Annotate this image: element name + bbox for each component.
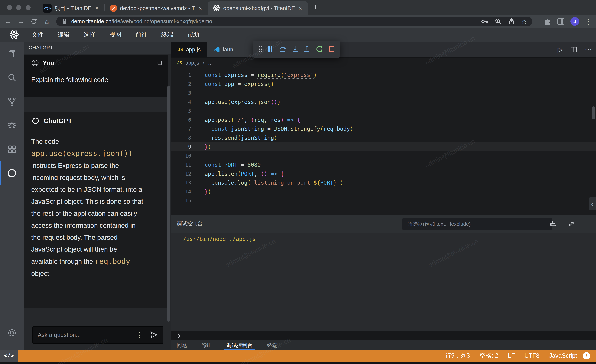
code-line[interactable]: 11const PORT = 8080	[171, 160, 596, 169]
breadcrumb-file[interactable]: app.js	[186, 60, 199, 66]
profile-avatar[interactable]: J	[570, 17, 579, 26]
edit-message-icon[interactable]	[157, 60, 163, 66]
breadcrumb[interactable]: JS app.js › …	[171, 57, 596, 68]
home-icon[interactable]: ⌂	[43, 18, 51, 25]
step-into-icon[interactable]	[292, 45, 298, 53]
sidebar-item-debug[interactable]	[0, 113, 24, 137]
code-line[interactable]: 8 res.send(jsonString)	[171, 133, 596, 142]
status-item[interactable]: UTF8	[524, 352, 539, 359]
split-editor-icon[interactable]	[570, 47, 577, 52]
menu-item-选择[interactable]: 选择	[83, 31, 96, 39]
share-icon[interactable]	[508, 18, 515, 25]
forward-icon[interactable]: →	[17, 18, 25, 25]
reload-icon[interactable]	[30, 18, 37, 25]
code-line[interactable]: 1const express = require('express')	[171, 71, 596, 80]
warning-icon[interactable]: !	[583, 352, 590, 359]
new-tab-button[interactable]: +	[313, 2, 318, 13]
code-line[interactable]: 7 const jsonString = JSON.stringify(req.…	[171, 124, 596, 133]
sidebar-item-search[interactable]	[0, 66, 24, 89]
line-number: 1	[171, 72, 191, 78]
sidebar-item-explorer[interactable]	[0, 42, 24, 66]
close-tab-icon[interactable]: ×	[298, 5, 303, 12]
window-controls[interactable]	[7, 0, 30, 15]
restart-icon[interactable]	[315, 45, 323, 53]
chatgpt-logo-icon	[31, 116, 40, 125]
code-line[interactable]: 9})	[171, 142, 596, 151]
minimize-panel-icon[interactable]	[581, 221, 587, 227]
panel-tab-输出[interactable]: 输出	[198, 340, 215, 350]
step-over-icon[interactable]	[279, 45, 287, 53]
lock-icon	[61, 18, 67, 25]
code-line[interactable]: 3	[171, 88, 596, 97]
editor-tab-appjs[interactable]: JS app.js	[171, 42, 207, 57]
clear-console-icon[interactable]	[548, 220, 556, 228]
panel-tab-调试控制台[interactable]: 调试控制台	[223, 340, 256, 350]
editor-actions: ▷ ⋯	[558, 42, 592, 57]
back-icon[interactable]: ←	[4, 18, 12, 25]
more-actions-icon[interactable]: ⋯	[585, 45, 592, 54]
menu-item-前往[interactable]: 前往	[135, 31, 147, 39]
right-panel-toggle[interactable]: ‹	[589, 197, 596, 211]
close-tab-icon[interactable]: ×	[94, 5, 99, 12]
send-icon[interactable]	[150, 331, 158, 339]
console-filter-input[interactable]: 筛选器(例如 text、!exclude)	[402, 218, 552, 230]
url-field[interactable]: demo.titanide.cn/ide/web/coding/opensumi…	[56, 17, 532, 26]
minimize-window-button[interactable]	[16, 5, 21, 10]
code-line[interactable]: 5	[171, 106, 596, 115]
panel-tab-问题[interactable]: 问题	[173, 340, 190, 350]
titanide-logo-icon[interactable]	[9, 29, 19, 40]
console-repl-row[interactable]	[171, 331, 596, 340]
panel-tab-终端[interactable]: 终端	[264, 340, 281, 350]
code-line[interactable]: 2const app = express()	[171, 80, 596, 88]
code-line[interactable]: 12app.listen(PORT, () => {	[171, 169, 596, 178]
stop-icon[interactable]	[328, 45, 335, 53]
status-item[interactable]: JavaScript	[549, 352, 577, 359]
menu-item-终端[interactable]: 终端	[161, 31, 173, 39]
key-icon[interactable]	[481, 18, 489, 25]
user-message-text: Explain the following code	[24, 67, 168, 84]
menu-item-编辑[interactable]: 编辑	[58, 31, 69, 39]
sidebar-item-source-control[interactable]	[0, 89, 24, 113]
run-icon[interactable]: ▷	[558, 46, 563, 53]
code-line[interactable]: 14})	[171, 187, 596, 196]
zoom-window-button[interactable]	[26, 5, 30, 10]
sidebar-item-settings[interactable]	[0, 321, 24, 345]
editor-scrollbar[interactable]	[592, 106, 595, 119]
code-line[interactable]: 10	[171, 151, 596, 160]
chat-input-menu-icon[interactable]: ⋮	[136, 331, 143, 339]
zoom-in-icon[interactable]	[495, 18, 502, 25]
browser-menu-icon[interactable]: ⋮	[585, 17, 592, 26]
expand-panel-icon[interactable]	[568, 221, 575, 227]
menu-item-视图[interactable]: 视图	[109, 31, 121, 39]
browser-tab-postman[interactable]: devtool-postman-walvamdz - T ×	[105, 1, 208, 15]
browser-tab-opensumi[interactable]: opensumi-xhxqfgvl - TitanIDE ×	[208, 1, 308, 15]
code-line[interactable]: 13 console.log(`listening on port ${PORT…	[171, 178, 596, 187]
code-line[interactable]: 6app.post('/', (req, res) => {	[171, 115, 596, 124]
sidebar-panel-icon[interactable]	[557, 18, 565, 25]
status-item[interactable]: 行9，列3	[445, 351, 470, 360]
bookmark-star-icon[interactable]: ☆	[521, 18, 527, 25]
close-window-button[interactable]	[7, 5, 12, 10]
browser-tab-titan-project[interactable]: <t> 项目 - TitanIDE ×	[38, 1, 104, 15]
breadcrumb-more[interactable]: …	[208, 60, 213, 66]
code-editor[interactable]: 1const express = require('express')2cons…	[171, 68, 596, 214]
activity-bar	[0, 42, 24, 349]
sidebar-item-extensions[interactable]	[0, 137, 24, 161]
pause-icon[interactable]	[268, 45, 273, 53]
menu-item-帮助[interactable]: 帮助	[187, 31, 199, 39]
drag-grip-icon[interactable]	[258, 45, 262, 53]
chat-scrollbar[interactable]	[167, 86, 170, 322]
chat-input[interactable]: Ask a question... ⋮	[32, 326, 164, 344]
step-out-icon[interactable]	[304, 45, 310, 53]
close-tab-icon[interactable]: ×	[198, 5, 203, 12]
extensions-puzzle-icon[interactable]	[544, 18, 551, 25]
sidebar-item-chatgpt[interactable]	[0, 161, 24, 185]
status-item[interactable]: LF	[508, 352, 515, 359]
status-item[interactable]: 空格: 2	[480, 351, 498, 360]
editor-mode-button[interactable]: </>	[0, 349, 18, 362]
code-line[interactable]: 15	[171, 196, 596, 205]
menu-item-文件[interactable]: 文件	[32, 31, 44, 39]
message-text-segment: object.	[31, 270, 51, 277]
console-output-area[interactable]: /usr/bin/node ./app.js	[171, 233, 596, 331]
code-line[interactable]: 4app.use(express.json())	[171, 97, 596, 106]
